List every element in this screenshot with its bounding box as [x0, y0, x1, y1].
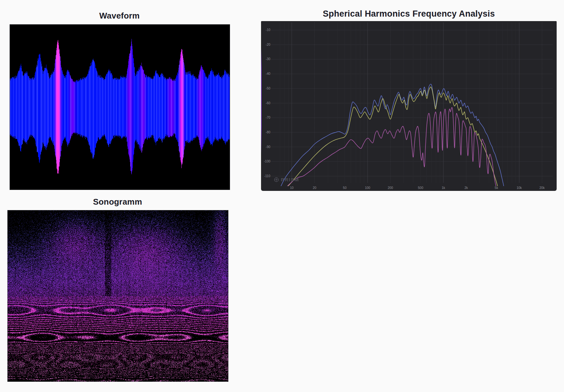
sonogram-plot [7, 210, 228, 382]
y-tick-label: -80 [266, 130, 271, 134]
prism-watermark-text: PRISM [281, 177, 299, 182]
prism-logo-icon [274, 177, 279, 182]
x-tick-label: 10 [290, 186, 294, 190]
x-tick-label: 500 [418, 186, 423, 190]
waveform-title: Waveform [10, 11, 229, 21]
sonogram-title: Sonogramm [7, 197, 228, 207]
plot-background [261, 21, 557, 191]
x-tick-label: 20k [539, 186, 545, 190]
x-tick-label: 100 [365, 186, 370, 190]
x-tick-label: 1k [442, 186, 446, 190]
y-tick-label: -60 [266, 101, 271, 105]
frequency-analysis-card: -10-20-30-40-50-60-70-80-90-100-11010205… [261, 21, 557, 191]
y-tick-label: -30 [266, 57, 271, 61]
spectrum-title: Spherical Harmonics Frequency Analysis [261, 9, 557, 19]
y-tick-label: -10 [266, 28, 271, 32]
y-tick-label: -90 [266, 145, 271, 149]
x-tick-label: 5k [495, 186, 498, 190]
frequency-analysis-plot: -10-20-30-40-50-60-70-80-90-100-11010205… [261, 21, 557, 191]
x-tick-label: 2k [465, 186, 468, 190]
waveform-plot [10, 24, 230, 190]
y-tick-label: -20 [266, 43, 271, 46]
x-tick-label: 20 [313, 186, 317, 190]
x-tick-label: 200 [388, 186, 393, 190]
y-tick-label: -40 [266, 72, 271, 75]
y-tick-label: -50 [266, 87, 271, 90]
prism-watermark: PRISM [274, 177, 299, 182]
x-tick-label: 50 [343, 186, 347, 190]
y-tick-label: -70 [266, 116, 271, 119]
y-tick-label: -100 [264, 160, 270, 163]
y-tick-label: -110 [264, 174, 271, 178]
x-tick-label: 10k [517, 186, 522, 190]
